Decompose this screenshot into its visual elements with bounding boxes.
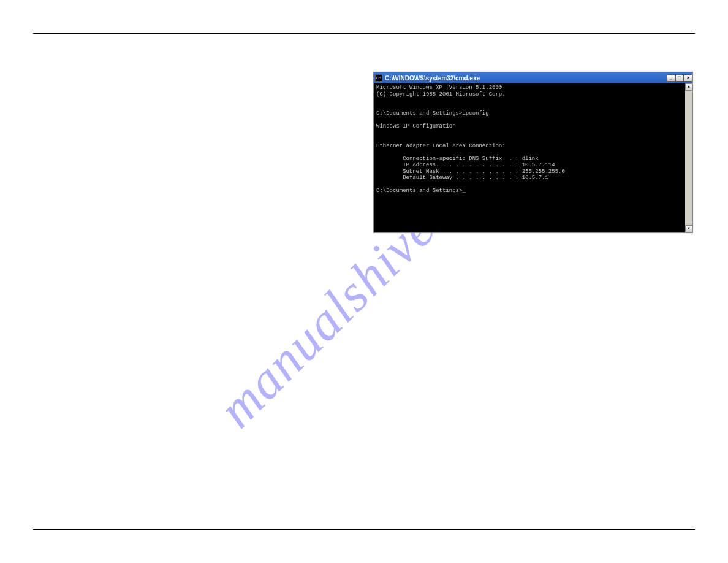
terminal-body: Microsoft Windows XP [Version 5.1.2600] … [374,83,692,232]
scrollbar[interactable]: ▲ ▼ [685,83,692,232]
window-title: C:\WINDOWS\system32\cmd.exe [385,75,667,82]
scroll-down-button[interactable]: ▼ [685,225,692,232]
scroll-up-button[interactable]: ▲ [685,83,692,91]
scroll-track[interactable] [685,91,692,225]
cmd-icon: C:\ [375,74,382,82]
terminal-output[interactable]: Microsoft Windows XP [Version 5.1.2600] … [374,83,685,232]
top-rule [33,33,695,34]
document-page: manualshive.com C:\ C:\WINDOWS\system32\… [0,0,728,563]
close-button[interactable]: × [684,74,692,82]
cmd-window: C:\ C:\WINDOWS\system32\cmd.exe _ □ × Mi… [373,72,693,233]
bottom-rule [33,529,695,530]
window-controls: _ □ × [667,74,692,82]
maximize-button[interactable]: □ [675,74,684,82]
titlebar[interactable]: C:\ C:\WINDOWS\system32\cmd.exe _ □ × [374,72,692,83]
minimize-button[interactable]: _ [667,74,675,82]
